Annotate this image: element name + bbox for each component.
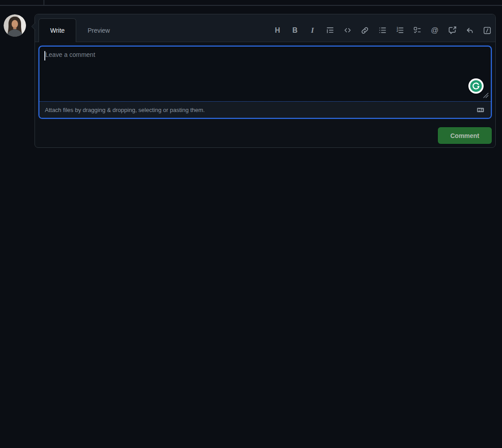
svg-text:2: 2 xyxy=(396,29,398,32)
comment-form-body: Attach files by dragging & dropping, sel… xyxy=(35,42,495,153)
timeline-vertical-line xyxy=(43,0,44,5)
avatar[interactable] xyxy=(4,14,26,37)
comment-editor: Attach files by dragging & dropping, sel… xyxy=(39,46,492,119)
heading-icon[interactable]: H xyxy=(273,26,282,35)
unordered-list-icon[interactable] xyxy=(378,26,387,35)
tab-write[interactable]: Write xyxy=(39,18,76,42)
text-cursor xyxy=(44,51,45,60)
task-list-icon[interactable] xyxy=(413,26,422,35)
quote-icon[interactable] xyxy=(325,26,334,35)
comment-textarea[interactable] xyxy=(39,47,491,101)
form-actions: Comment xyxy=(39,127,492,149)
tab-preview[interactable]: Preview xyxy=(76,18,121,42)
markdown-toolbar: H B I xyxy=(273,17,492,44)
numbered-list-icon[interactable]: 1 2 xyxy=(395,26,404,35)
slash-commands-icon[interactable] xyxy=(483,26,492,35)
comment-editor-area xyxy=(39,47,491,101)
comment-tabs-header: Write Preview H B I xyxy=(35,14,495,42)
link-icon[interactable] xyxy=(360,26,369,35)
comment-form-card: Write Preview H B I xyxy=(35,14,496,148)
cross-reference-icon[interactable] xyxy=(448,26,457,35)
attach-files-hint: Attach files by dragging & dropping, sel… xyxy=(45,107,205,113)
comment-button[interactable]: Comment xyxy=(438,127,492,144)
write-preview-tabs: Write Preview xyxy=(39,14,121,42)
code-icon[interactable] xyxy=(343,26,352,35)
attach-files-bar[interactable]: Attach files by dragging & dropping, sel… xyxy=(39,101,491,118)
bold-icon[interactable]: B xyxy=(290,26,299,35)
resize-handle-icon[interactable] xyxy=(483,92,489,99)
speech-caret-fill xyxy=(28,23,35,30)
grammarly-icon[interactable] xyxy=(468,78,484,94)
markdown-icon[interactable] xyxy=(476,107,485,113)
saved-replies-icon[interactable] xyxy=(465,26,474,35)
mention-icon[interactable]: @ xyxy=(430,26,439,35)
timeline-horizontal-divider xyxy=(0,5,502,6)
italic-icon[interactable]: I xyxy=(308,26,317,35)
